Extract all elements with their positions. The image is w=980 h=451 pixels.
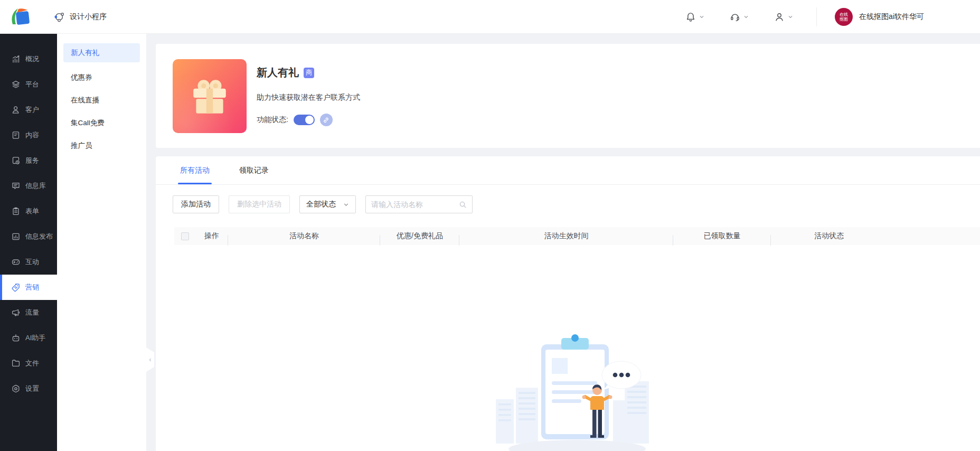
sidebar-item-label: 文件 bbox=[25, 359, 39, 368]
topbar: 设计小程序 bbox=[0, 0, 980, 34]
activity-search bbox=[365, 195, 473, 213]
feature-status-toggle[interactable] bbox=[294, 115, 315, 125]
account-entry[interactable]: 在线 抠图 在线抠图ai软件华可 bbox=[835, 8, 924, 26]
submenu-item-live-stream[interactable]: 在线直播 bbox=[63, 89, 140, 111]
sidebar-item-forms[interactable]: 表单 bbox=[0, 199, 57, 224]
sidebar-item-label: 表单 bbox=[25, 206, 39, 216]
gift-icon bbox=[173, 59, 247, 133]
primary-sidebar: 概况 平台 客户 内容 服务 信息库 表单 信息发布 bbox=[0, 34, 57, 451]
sidebar-item-customers[interactable]: 客户 bbox=[0, 97, 57, 123]
submenu-item-label: 集Call免费 bbox=[71, 118, 105, 128]
search-icon[interactable] bbox=[459, 201, 467, 209]
sidebar-item-label: 客户 bbox=[25, 105, 39, 115]
chevron-down-icon bbox=[343, 202, 349, 208]
collapse-sidebar-handle[interactable]: ‹ bbox=[146, 347, 154, 372]
table-header: 操作 活动名称 优惠/免费礼品 活动生效时间 已领取数量 活动状态 bbox=[174, 227, 980, 245]
sidebar-item-marketing[interactable]: 营销 bbox=[0, 275, 57, 300]
sidebar-item-label: 内容 bbox=[25, 130, 39, 140]
support-menu[interactable] bbox=[730, 12, 749, 22]
sidebar-item-overview[interactable]: 概况 bbox=[0, 46, 57, 72]
toggle-knob bbox=[305, 116, 314, 124]
sidebar-item-traffic[interactable]: 流量 bbox=[0, 300, 57, 325]
empty-illustration bbox=[488, 331, 668, 451]
sidebar-item-label: 信息库 bbox=[25, 181, 46, 191]
gamepad-icon bbox=[11, 257, 21, 267]
status-filter-value: 全部状态 bbox=[306, 200, 336, 209]
sidebar-item-ai-assistant[interactable]: AI助手 bbox=[0, 325, 57, 351]
sidebar-item-label: 平台 bbox=[25, 80, 39, 89]
select-all-checkbox[interactable] bbox=[181, 232, 189, 240]
bell-icon bbox=[685, 12, 696, 22]
submenu-item-label: 推广员 bbox=[71, 141, 92, 151]
main-content: ‹ 新人有礼 商 助力快速获取潜在客户联系方式 bbox=[146, 34, 980, 451]
tab-label: 领取记录 bbox=[239, 166, 269, 174]
submenu-item-label: 优惠券 bbox=[71, 73, 92, 82]
folder-icon bbox=[11, 359, 21, 368]
sidebar-item-label: 概况 bbox=[25, 54, 39, 64]
sidebar-item-interaction[interactable]: 互动 bbox=[0, 249, 57, 275]
chevron-down-icon bbox=[699, 14, 704, 20]
sidebar-item-label: 设置 bbox=[25, 384, 39, 393]
tabbar: 所有活动 领取记录 bbox=[156, 156, 980, 185]
chevron-down-icon bbox=[743, 14, 749, 20]
sidebar-item-label: AI助手 bbox=[25, 333, 45, 343]
sidebar-item-files[interactable]: 文件 bbox=[0, 351, 57, 376]
status-filter-select[interactable]: 全部状态 bbox=[299, 195, 356, 213]
status-label: 功能状态: bbox=[257, 115, 288, 125]
column-header-status: 活动状态 bbox=[771, 231, 887, 241]
account-name: 在线抠图ai软件华可 bbox=[859, 12, 924, 22]
activities-card: 所有活动 领取记录 添加活动 删除选中活动 全部状态 操作 活动名称 优惠/免费… bbox=[156, 156, 980, 451]
app-name: 设计小程序 bbox=[70, 12, 107, 22]
search-input[interactable] bbox=[371, 200, 459, 209]
publish-board-icon bbox=[11, 232, 21, 241]
column-header-count: 已领取数量 bbox=[673, 231, 771, 241]
tab-all-activities[interactable]: 所有活动 bbox=[180, 166, 210, 184]
submenu-item-coupons[interactable]: 优惠券 bbox=[63, 66, 140, 89]
robot-icon bbox=[11, 333, 21, 343]
applet-icon bbox=[54, 12, 64, 22]
settings-gear-icon bbox=[11, 384, 21, 393]
link-icon[interactable] bbox=[320, 114, 333, 126]
sidebar-item-content[interactable]: 内容 bbox=[0, 123, 57, 148]
megaphone-icon bbox=[11, 308, 21, 317]
submenu-item-label: 在线直播 bbox=[71, 96, 99, 105]
sidebar-item-services[interactable]: 服务 bbox=[0, 148, 57, 173]
column-header-name: 活动名称 bbox=[228, 231, 380, 241]
submenu-item-promoter[interactable]: 推广员 bbox=[63, 134, 140, 157]
avatar-text: 抠图 bbox=[840, 17, 848, 22]
app-switcher[interactable]: 设计小程序 bbox=[54, 12, 107, 22]
delete-selected-button[interactable]: 删除选中活动 bbox=[229, 195, 290, 213]
empty-state: 暂时没有新人有礼活动 bbox=[174, 331, 980, 451]
select-all-cell bbox=[174, 232, 195, 240]
sidebar-item-label: 互动 bbox=[25, 257, 39, 267]
merchant-badge: 商 bbox=[304, 68, 314, 78]
sidebar-item-settings[interactable]: 设置 bbox=[0, 376, 57, 401]
column-header-time: 活动生效时间 bbox=[459, 231, 673, 241]
message-library-icon bbox=[11, 181, 21, 191]
app-logo-icon bbox=[10, 6, 34, 27]
form-clipboard-icon bbox=[11, 206, 21, 216]
avatar-text: 在线 bbox=[840, 12, 848, 17]
sidebar-item-label: 服务 bbox=[25, 156, 39, 165]
submenu-item-jicall-free[interactable]: 集Call免费 bbox=[63, 111, 140, 134]
submenu-item-newcomer-gift[interactable]: 新人有礼 bbox=[63, 43, 140, 62]
feature-card: 新人有礼 商 助力快速获取潜在客户联系方式 功能状态: bbox=[156, 44, 980, 148]
user-menu[interactable] bbox=[774, 12, 793, 22]
customer-icon bbox=[11, 105, 21, 115]
service-icon bbox=[11, 156, 21, 165]
sidebar-item-message-library[interactable]: 信息库 bbox=[0, 173, 57, 199]
submenu-item-label: 新人有礼 bbox=[71, 48, 99, 58]
sidebar-item-label: 营销 bbox=[25, 283, 39, 292]
content-doc-icon bbox=[11, 130, 21, 140]
sidebar-item-platform[interactable]: 平台 bbox=[0, 72, 57, 97]
sidebar-item-label: 信息发布 bbox=[25, 232, 53, 241]
tab-claim-records[interactable]: 领取记录 bbox=[239, 166, 269, 184]
notifications-menu[interactable] bbox=[685, 12, 704, 22]
overview-chart-icon bbox=[11, 54, 21, 64]
add-activity-button[interactable]: 添加活动 bbox=[173, 195, 219, 213]
sidebar-item-publishing[interactable]: 信息发布 bbox=[0, 224, 57, 249]
marketing-submenu: 新人有礼 优惠券 在线直播 集Call免费 推广员 bbox=[57, 34, 146, 451]
avatar: 在线 抠图 bbox=[835, 8, 853, 26]
column-header-action: 操作 bbox=[195, 231, 228, 241]
feature-description: 助力快速获取潜在客户联系方式 bbox=[257, 93, 360, 102]
